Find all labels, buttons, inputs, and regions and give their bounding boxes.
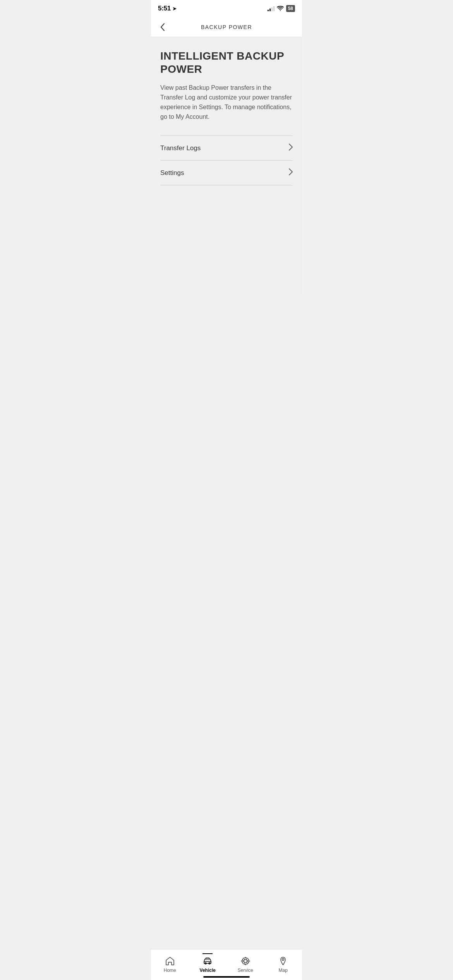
battery-icon: 58 bbox=[286, 5, 295, 12]
settings-item[interactable]: Settings bbox=[160, 161, 293, 185]
main-content: INTELLIGENT BACKUP POWER View past Backu… bbox=[151, 37, 302, 296]
chevron-right-icon bbox=[289, 168, 293, 177]
transfer-logs-item[interactable]: Transfer Logs bbox=[160, 135, 293, 161]
back-button[interactable] bbox=[157, 20, 168, 34]
status-right: 58 bbox=[268, 5, 295, 12]
settings-label: Settings bbox=[160, 169, 184, 177]
nav-title: BACKUP POWER bbox=[201, 24, 252, 30]
page-description: View past Backup Power transfers in the … bbox=[160, 83, 293, 122]
menu-list: Transfer Logs Settings bbox=[160, 135, 293, 185]
status-bar: 5:51 ➤ 58 bbox=[151, 0, 302, 17]
svg-point-0 bbox=[280, 10, 281, 11]
signal-bars-icon bbox=[268, 6, 275, 11]
transfer-logs-label: Transfer Logs bbox=[160, 144, 201, 152]
battery-level: 58 bbox=[288, 6, 293, 11]
status-time: 5:51 bbox=[158, 5, 171, 12]
chevron-right-icon bbox=[289, 144, 293, 152]
page-title: INTELLIGENT BACKUP POWER bbox=[160, 50, 293, 75]
status-left: 5:51 ➤ bbox=[158, 5, 177, 12]
nav-header: BACKUP POWER bbox=[151, 17, 302, 37]
location-arrow-icon: ➤ bbox=[172, 5, 177, 12]
wifi-icon bbox=[277, 5, 284, 12]
